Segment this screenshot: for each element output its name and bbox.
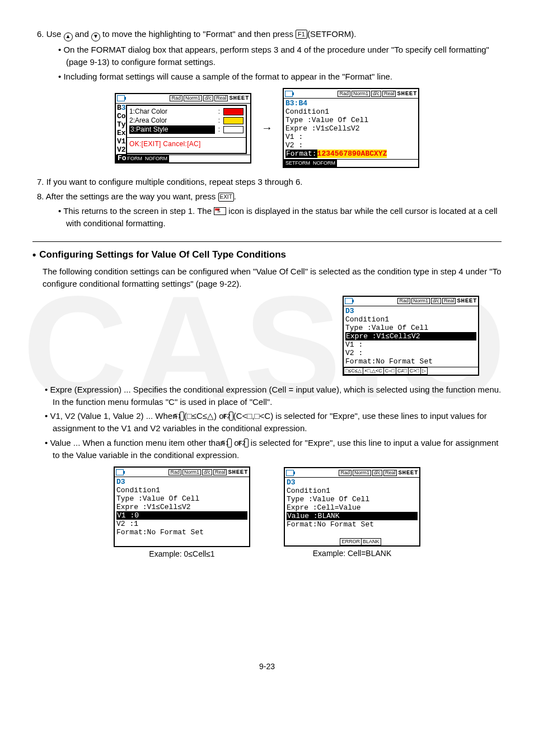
exit-key: EXIT [218,193,234,202]
f1-key: F1 [296,30,307,39]
calc-screen-expre-menu: RadNorm1d/cReal SHEET D3 Condition1 Type… [343,296,479,376]
f2-key: F2 [229,412,233,421]
calc-screen-example-range: RadNorm1d/cRealSHEET D3 Condition1 Type … [114,466,250,547]
area-color-swatch [223,117,243,124]
calc-screen-example-blank: RadNorm1d/cRealSHEET D3 Condition1 Type … [284,467,420,547]
step-7: 7. If you want to configure multiple con… [37,176,502,188]
step-6: 6. Use ▲ and ▼ to move the highlighting … [37,28,502,41]
step-6-sub2: • Including format settings will cause a… [58,71,502,83]
screenshot-sect2: RadNorm1d/cReal SHEET D3 Condition1 Type… [32,296,502,376]
down-key-icon: ▼ [91,32,100,41]
screenshot-pair-2: RadNorm1d/cRealSHEET D3 Condition1 Type … [32,466,502,559]
f1-key: F1 [180,412,184,421]
up-key-icon: ▲ [64,32,73,41]
section-title: Configuring Settings for Value Of Cell T… [32,248,502,262]
step-6-sub1: • On the FORMAT dialog box that appears,… [58,44,502,68]
arrow-icon: → [261,120,273,136]
char-color-swatch [223,108,243,115]
step-8: 8. After the settings are the way you wa… [37,190,502,203]
bullet-v1v2: • V1, V2 (Value 1, Value 2) ... When F1(… [45,410,502,435]
caption-left: Example: 0≤Cell≤1 [149,548,214,559]
page-number: 9-23 [32,661,502,672]
step-8-sub: • This returns to the screen in step 1. … [58,205,502,230]
left-peek-text: B3CoTyExV1V2Fo [117,104,127,162]
screenshot-pair-1: Rad Norm1 d/c Real SHEET B3CoTyExV1V2Fo … [32,88,502,168]
battery-icon [117,95,125,101]
bullet-expre: • Expre (Expression) ... Specifies the c… [45,384,502,408]
format-dialog: 1:Char Color: 2:Area Color: 3:Paint Styl… [126,105,247,154]
section-lead: The following condition settings can be … [43,265,502,290]
calc-screen-format-result: RadNorm1d/cReal SHEET B3:B4 Condition1 T… [283,88,419,168]
caption-right: Example: Cell=BLANK [313,548,391,559]
f2-key: F2 [244,438,249,447]
calc-screen-format-dialog: Rad Norm1 d/c Real SHEET B3CoTyExV1V2Fo … [115,93,251,164]
paint-style-swatch [223,126,243,133]
cond-format-icon [214,207,226,215]
section-divider [32,241,502,242]
fkeys: SETFORM NOFORM [116,155,250,162]
f1-key: F1 [227,438,232,447]
battery-icon [285,91,293,97]
bullet-value: • Value ... When a function menu item ot… [45,437,502,461]
